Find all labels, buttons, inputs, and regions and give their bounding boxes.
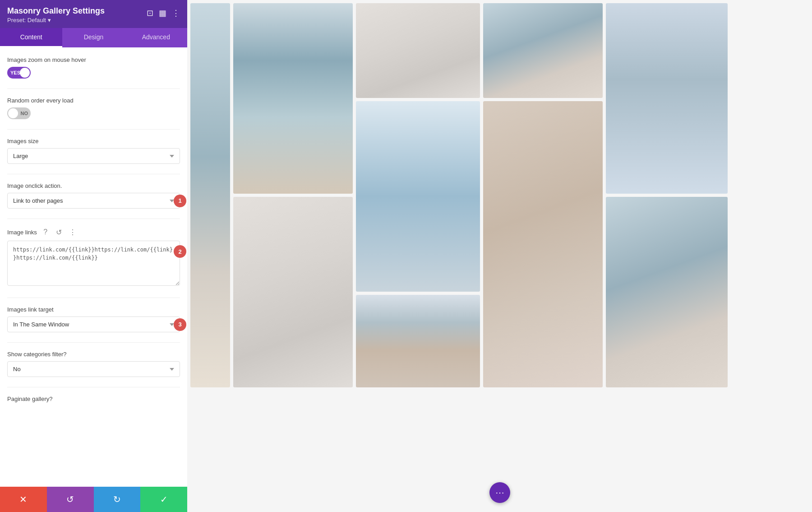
onclick-label: Image onclick action. [7, 182, 180, 189]
image-links-setting: Image links ? ↺ ⋮ https://link.com/{{lin… [7, 227, 180, 288]
gallery-image-9[interactable] [606, 197, 728, 387]
image-links-label: Image links [7, 229, 37, 236]
gallery-image-7[interactable] [483, 101, 603, 387]
settings-panel: Masonry Gallery Settings Preset: Default… [0, 0, 187, 512]
random-toggle-label: NO [21, 111, 28, 116]
gallery-image-6[interactable] [356, 101, 480, 292]
zoom-toggle[interactable]: YES [7, 67, 31, 79]
link-target-select[interactable]: In The Same Window In A New Tab [7, 317, 180, 332]
gallery-image-4b[interactable] [606, 3, 728, 194]
tab-bar: Content Design Advanced [0, 28, 187, 47]
link-target-setting: Images link target In The Same Window In… [7, 306, 180, 332]
cancel-button[interactable]: ✕ [0, 487, 47, 512]
divider-6 [7, 342, 180, 343]
zoom-setting: Images zoom on mouse hover YES [7, 56, 180, 79]
paginate-label: Paginate gallery? [7, 396, 180, 402]
settings-content: Images zoom on mouse hover YES Random or… [0, 47, 187, 487]
gallery-image-3a[interactable] [356, 3, 480, 98]
random-toggle[interactable]: NO [7, 107, 31, 119]
image-links-textarea[interactable]: https://link.com/{{link}}https://link.co… [7, 241, 180, 286]
floating-menu-button[interactable]: ⋯ [489, 482, 510, 503]
panel-header: Masonry Gallery Settings Preset: Default… [0, 0, 187, 28]
categories-setting: Show categories filter? Yes No [7, 351, 180, 377]
gallery-image-1[interactable] [190, 3, 230, 387]
badge-1: 1 [174, 195, 186, 207]
bottom-bar: ✕ ↺ ↻ ✓ [0, 487, 187, 512]
tab-design[interactable]: Design [62, 28, 125, 47]
gallery-image-4a[interactable] [483, 3, 603, 98]
size-label: Images size [7, 138, 180, 144]
dots-icon: ⋯ [495, 487, 504, 498]
help-icon[interactable]: ? [41, 227, 51, 237]
masonry-gallery [187, 0, 812, 512]
divider-5 [7, 298, 180, 298]
zoom-label: Images zoom on mouse hover [7, 56, 180, 63]
more-links-icon[interactable]: ⋮ [68, 227, 78, 237]
link-target-label: Images link target [7, 306, 180, 313]
undo-button[interactable]: ↺ [47, 487, 94, 512]
size-select[interactable]: Thumbnail Medium Large Full [7, 148, 180, 164]
random-setting: Random order every load NO [7, 97, 180, 119]
tab-content[interactable]: Content [0, 28, 62, 47]
zoom-toggle-knob [20, 68, 30, 78]
header-icons: ⊡ ▦ ⋮ [147, 6, 180, 18]
save-button[interactable]: ✓ [140, 487, 187, 512]
image-links-header: Image links ? ↺ ⋮ [7, 227, 180, 237]
links-textarea-wrap: https://link.com/{{link}}https://link.co… [7, 241, 180, 288]
divider-3 [7, 174, 180, 174]
onclick-setting: Image onclick action. Do nothing Open li… [7, 182, 180, 209]
panel-title: Masonry Gallery Settings [7, 6, 105, 16]
zoom-toggle-wrap: YES [7, 67, 180, 79]
random-label: Random order every load [7, 97, 180, 104]
categories-label: Show categories filter? [7, 351, 180, 358]
resize-icon[interactable]: ⊡ [147, 8, 153, 18]
random-toggle-wrap: NO [7, 107, 180, 119]
header-left: Masonry Gallery Settings Preset: Default… [7, 6, 105, 23]
reset-icon[interactable]: ↺ [54, 227, 64, 237]
redo-button[interactable]: ↻ [94, 487, 141, 512]
badge-2: 2 [174, 245, 186, 258]
gallery-canvas: ⋯ [187, 0, 812, 512]
gallery-image-5[interactable] [233, 197, 353, 387]
size-setting: Images size Thumbnail Medium Large Full [7, 138, 180, 164]
paginate-setting: Paginate gallery? [7, 396, 180, 402]
more-options-icon[interactable]: ⋮ [172, 8, 180, 18]
tab-advanced[interactable]: Advanced [125, 28, 187, 47]
badge-3: 3 [174, 318, 186, 331]
onclick-select[interactable]: Do nothing Open lightbox Link to other p… [7, 193, 180, 209]
onclick-select-wrap: Do nothing Open lightbox Link to other p… [7, 193, 180, 209]
random-toggle-knob [8, 108, 18, 118]
gallery-image-2[interactable] [233, 3, 353, 194]
divider-2 [7, 129, 180, 130]
divider-1 [7, 88, 180, 89]
categories-select[interactable]: Yes No [7, 361, 180, 377]
gallery-image-8[interactable] [356, 295, 480, 387]
link-target-select-wrap: In The Same Window In A New Tab 3 [7, 317, 180, 332]
divider-4 [7, 219, 180, 219]
preset-selector[interactable]: Preset: Default ▾ [7, 17, 105, 23]
divider-7 [7, 387, 180, 387]
zoom-toggle-label: YES [10, 70, 20, 75]
layout-icon[interactable]: ▦ [159, 8, 166, 18]
